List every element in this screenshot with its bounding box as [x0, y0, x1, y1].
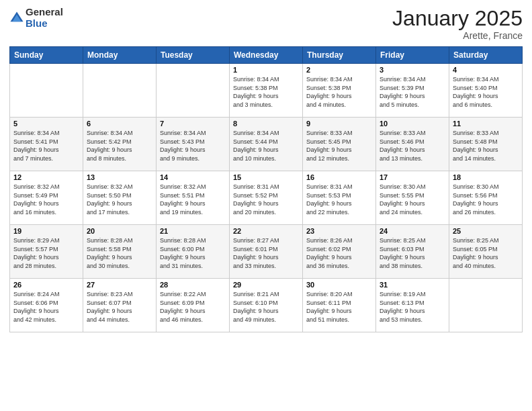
calendar-cell: 14Sunrise: 8:32 AMSunset: 5:51 PMDayligh…: [157, 171, 230, 225]
calendar-week-1: 1Sunrise: 8:34 AMSunset: 5:38 PMDaylight…: [10, 64, 523, 118]
col-saturday: Saturday: [449, 47, 523, 64]
day-info: Sunrise: 8:26 AMSunset: 6:02 PMDaylight:…: [306, 236, 372, 270]
sunset-info: Sunset: 5:39 PM: [380, 85, 425, 91]
title-block: January 2025 Arette, France: [392, 7, 523, 41]
daylight-minutes: and 38 minutes.: [380, 263, 423, 269]
day-number: 3: [380, 66, 445, 74]
sunset-info: Sunset: 6:11 PM: [306, 300, 351, 306]
sunrise-info: Sunrise: 8:23 AM: [87, 291, 133, 298]
daylight-hours: Daylight: 9 hours: [13, 254, 59, 261]
sunrise-info: Sunrise: 8:32 AM: [160, 183, 206, 190]
day-info: Sunrise: 8:22 AMSunset: 6:09 PMDaylight:…: [160, 290, 226, 324]
col-thursday: Thursday: [303, 47, 376, 64]
sunset-info: Sunset: 5:43 PM: [160, 138, 205, 145]
sunrise-info: Sunrise: 8:30 AM: [453, 183, 499, 190]
daylight-hours: Daylight: 9 hours: [13, 200, 59, 207]
daylight-hours: Daylight: 9 hours: [453, 200, 498, 207]
daylight-minutes: and 9 minutes.: [160, 155, 200, 162]
logo: General Blue: [9, 7, 63, 29]
sunrise-info: Sunrise: 8:29 AM: [13, 237, 60, 244]
day-number: 24: [380, 227, 445, 235]
day-number: 4: [453, 66, 519, 74]
calendar-week-5: 26Sunrise: 8:24 AMSunset: 6:06 PMDayligh…: [10, 279, 523, 332]
calendar-cell: 8Sunrise: 8:34 AMSunset: 5:44 PMDaylight…: [230, 118, 303, 171]
sunset-info: Sunset: 5:40 PM: [453, 85, 498, 91]
sunrise-info: Sunrise: 8:31 AM: [233, 183, 279, 190]
calendar-cell: [157, 64, 230, 118]
sunrise-info: Sunrise: 8:30 AM: [380, 183, 426, 190]
calendar-cell: 31Sunrise: 8:19 AMSunset: 6:13 PMDayligh…: [376, 279, 449, 332]
daylight-minutes: and 20 minutes.: [233, 209, 276, 216]
logo-blue-text: Blue: [26, 18, 63, 30]
logo-general-text: General: [26, 7, 63, 18]
daylight-hours: Daylight: 9 hours: [380, 308, 425, 314]
daylight-hours: Daylight: 9 hours: [380, 254, 425, 261]
day-info: Sunrise: 8:33 AMSunset: 5:45 PMDaylight:…: [306, 129, 372, 163]
sunset-info: Sunset: 5:38 PM: [233, 85, 278, 91]
col-sunday: Sunday: [10, 47, 83, 64]
day-number: 14: [160, 173, 226, 181]
sunset-info: Sunset: 6:01 PM: [233, 246, 278, 253]
sunrise-info: Sunrise: 8:34 AM: [233, 76, 279, 83]
day-info: Sunrise: 8:30 AMSunset: 5:56 PMDaylight:…: [453, 183, 519, 216]
col-monday: Monday: [83, 47, 157, 64]
daylight-minutes: and 13 minutes.: [380, 155, 423, 162]
daylight-minutes: and 12 minutes.: [306, 155, 349, 162]
daylight-hours: Daylight: 9 hours: [380, 146, 425, 153]
sunset-info: Sunset: 6:00 PM: [160, 246, 205, 253]
sunrise-info: Sunrise: 8:28 AM: [160, 237, 206, 244]
col-friday: Friday: [376, 47, 449, 64]
sunset-info: Sunset: 6:07 PM: [87, 300, 132, 306]
calendar-cell: 20Sunrise: 8:28 AMSunset: 5:58 PMDayligh…: [83, 225, 157, 279]
daylight-minutes: and 53 minutes.: [380, 316, 423, 323]
day-info: Sunrise: 8:34 AMSunset: 5:40 PMDaylight:…: [453, 75, 519, 109]
calendar-cell: 27Sunrise: 8:23 AMSunset: 6:07 PMDayligh…: [83, 279, 157, 332]
calendar-week-4: 19Sunrise: 8:29 AMSunset: 5:57 PMDayligh…: [10, 225, 523, 279]
day-info: Sunrise: 8:24 AMSunset: 6:06 PMDaylight:…: [13, 290, 79, 324]
sunset-info: Sunset: 5:56 PM: [453, 192, 498, 199]
daylight-minutes: and 42 minutes.: [13, 316, 56, 323]
daylight-minutes: and 8 minutes.: [87, 155, 126, 162]
sunset-info: Sunset: 6:03 PM: [380, 246, 425, 253]
daylight-minutes: and 30 minutes.: [87, 263, 130, 269]
daylight-minutes: and 36 minutes.: [306, 263, 349, 269]
day-info: Sunrise: 8:31 AMSunset: 5:52 PMDaylight:…: [233, 183, 299, 216]
sunset-info: Sunset: 6:06 PM: [13, 300, 58, 306]
sunset-info: Sunset: 5:45 PM: [306, 138, 351, 145]
day-number: 27: [87, 281, 152, 289]
daylight-hours: Daylight: 9 hours: [233, 254, 279, 261]
daylight-minutes: and 40 minutes.: [453, 263, 496, 269]
sunset-info: Sunset: 5:48 PM: [453, 138, 498, 145]
calendar-cell: 28Sunrise: 8:22 AMSunset: 6:09 PMDayligh…: [157, 279, 230, 332]
day-number: 29: [233, 281, 299, 289]
calendar-week-3: 12Sunrise: 8:32 AMSunset: 5:49 PMDayligh…: [10, 171, 523, 225]
calendar-cell: [449, 279, 523, 332]
daylight-hours: Daylight: 9 hours: [380, 93, 425, 99]
daylight-hours: Daylight: 9 hours: [160, 200, 206, 207]
daylight-hours: Daylight: 9 hours: [453, 254, 498, 261]
calendar-cell: 11Sunrise: 8:33 AMSunset: 5:48 PMDayligh…: [449, 118, 523, 171]
day-info: Sunrise: 8:34 AMSunset: 5:43 PMDaylight:…: [160, 129, 226, 163]
daylight-minutes: and 14 minutes.: [453, 155, 496, 162]
calendar-cell: 5Sunrise: 8:34 AMSunset: 5:41 PMDaylight…: [10, 118, 83, 171]
day-number: 23: [306, 227, 372, 235]
day-info: Sunrise: 8:27 AMSunset: 6:01 PMDaylight:…: [233, 236, 299, 270]
logo-icon: [9, 11, 24, 26]
daylight-hours: Daylight: 9 hours: [306, 308, 352, 314]
sunset-info: Sunset: 5:50 PM: [87, 192, 132, 199]
sunset-info: Sunset: 6:13 PM: [380, 300, 425, 306]
day-number: 19: [13, 227, 79, 235]
sunrise-info: Sunrise: 8:20 AM: [306, 291, 353, 298]
sunrise-info: Sunrise: 8:34 AM: [306, 76, 353, 83]
col-wednesday: Wednesday: [230, 47, 303, 64]
sunset-info: Sunset: 5:41 PM: [13, 138, 58, 145]
daylight-minutes: and 31 minutes.: [160, 263, 203, 269]
calendar-cell: 12Sunrise: 8:32 AMSunset: 5:49 PMDayligh…: [10, 171, 83, 225]
daylight-hours: Daylight: 9 hours: [380, 200, 425, 207]
day-info: Sunrise: 8:32 AMSunset: 5:51 PMDaylight:…: [160, 183, 226, 216]
day-info: Sunrise: 8:32 AMSunset: 5:49 PMDaylight:…: [13, 183, 79, 216]
daylight-hours: Daylight: 9 hours: [306, 254, 352, 261]
day-info: Sunrise: 8:31 AMSunset: 5:53 PMDaylight:…: [306, 183, 372, 216]
day-number: 13: [87, 173, 152, 181]
daylight-minutes: and 5 minutes.: [380, 101, 419, 108]
